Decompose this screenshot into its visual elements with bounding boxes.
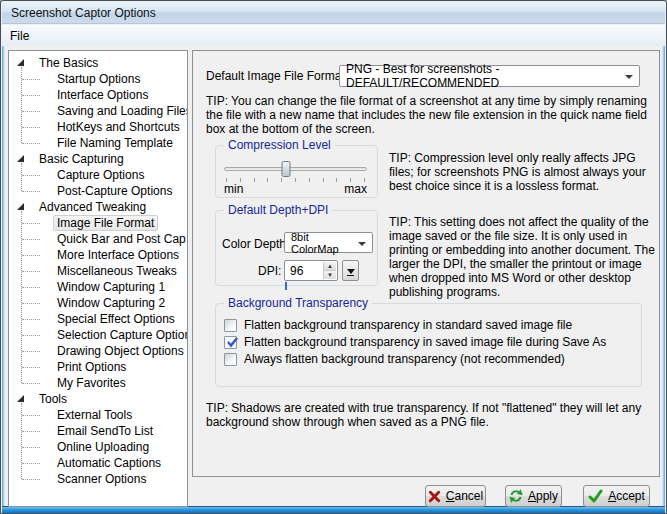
tree-item-label: Window Capturing 2 xyxy=(53,295,169,311)
spin-buttons[interactable]: ▲ ▼ xyxy=(323,262,336,279)
tree-item-special-effect-options[interactable]: Special Effect Options xyxy=(9,311,187,327)
window-title: Screenshot Captor Options xyxy=(11,6,156,20)
tip-format-text: TIP: You can change the file format of a… xyxy=(206,94,653,136)
tree-item-label: Scanner Options xyxy=(53,471,150,487)
cancel-button[interactable]: Cancel xyxy=(425,485,486,507)
apply-refresh-icon xyxy=(509,489,523,503)
tree-item-label: Interface Options xyxy=(53,87,152,103)
checkbox-row-always-flatten[interactable]: Always flatten background transparency (… xyxy=(224,351,565,367)
window-frame-bottom xyxy=(2,506,665,513)
window-frame-right xyxy=(662,46,665,507)
compression-slider[interactable] xyxy=(224,167,367,171)
accept-check-icon xyxy=(588,489,603,503)
tree-section-tools[interactable]: Tools xyxy=(9,391,187,407)
title-bar[interactable]: Screenshot Captor Options xyxy=(2,2,665,24)
color-depth-label: Color Depth: xyxy=(222,237,289,251)
default-format-select[interactable]: PNG - Best for screenshots - DEFAULT/REC… xyxy=(339,65,640,87)
tree-expand-icon[interactable] xyxy=(17,203,24,210)
tree-section-the-basics[interactable]: The Basics xyxy=(9,55,187,71)
checkbox-icon[interactable] xyxy=(224,319,237,332)
check-icon xyxy=(225,335,240,350)
tree-item-capture-options[interactable]: Capture Options xyxy=(9,167,187,183)
tree-item-quick-bar-and-post-cap[interactable]: Quick Bar and Post Cap xyxy=(9,231,187,247)
tree-item-print-options[interactable]: Print Options xyxy=(9,359,187,375)
spin-down-icon[interactable]: ▼ xyxy=(324,270,336,279)
tree-item-scanner-options[interactable]: Scanner Options xyxy=(9,471,187,487)
tree-item-label: Miscellaneous Tweaks xyxy=(53,263,181,279)
tree-item-my-favorites[interactable]: My Favorites xyxy=(9,375,187,391)
options-tree: The BasicsStartup OptionsInterface Optio… xyxy=(8,50,188,507)
tree-item-label: Automatic Captions xyxy=(53,455,165,471)
tree-section-advanced-tweaking[interactable]: Advanced Tweaking xyxy=(9,199,187,215)
accept-button[interactable]: Accept xyxy=(583,485,650,507)
slider-max-label: max xyxy=(344,182,367,196)
tree-item-saving-and-loading-files[interactable]: Saving and Loading Files xyxy=(9,103,187,119)
color-depth-value: 8bit ColorMap xyxy=(291,231,356,255)
tree-section-basic-capturing[interactable]: Basic Capturing xyxy=(9,151,187,167)
tree-item-window-capturing-2[interactable]: Window Capturing 2 xyxy=(9,295,187,311)
spin-up-icon[interactable]: ▲ xyxy=(324,262,336,270)
default-format-value: PNG - Best for screenshots - DEFAULT/REC… xyxy=(346,62,619,90)
tip-compression-text: TIP: Compression level only really affec… xyxy=(389,151,656,193)
tree-item-miscellaneous-tweaks[interactable]: Miscellaneous Tweaks xyxy=(9,263,187,279)
tree-item-external-tools[interactable]: External Tools xyxy=(9,407,187,423)
tree-section-label: Basic Capturing xyxy=(35,151,128,167)
apply-button-label: Apply xyxy=(528,489,558,503)
tree-item-label: Saving and Loading Files xyxy=(53,103,188,119)
tree-item-label: More Interface Options xyxy=(53,247,183,263)
tree-item-label: External Tools xyxy=(53,407,136,423)
tree-item-interface-options[interactable]: Interface Options xyxy=(9,87,187,103)
slider-thumb[interactable] xyxy=(281,161,290,177)
checkbox-icon[interactable] xyxy=(224,336,237,349)
tree-item-label: Capture Options xyxy=(53,167,148,183)
tree-item-startup-options[interactable]: Startup Options xyxy=(9,71,187,87)
color-depth-select[interactable]: 8bit ColorMap xyxy=(284,232,373,253)
checkbox-row-flatten-saveas[interactable]: Flatten background transparency in saved… xyxy=(224,334,606,350)
tree-item-label: Startup Options xyxy=(53,71,144,87)
menu-file[interactable]: File xyxy=(2,27,37,45)
tree-item-label: Image File Format xyxy=(53,215,158,231)
background-transparency-group: Background Transparency Flatten backgrou… xyxy=(215,303,642,387)
tree-item-email-sendto-list[interactable]: Email SendTo List xyxy=(9,423,187,439)
checkbox-row-flatten-standard[interactable]: Flatten background transparency in stand… xyxy=(224,317,572,333)
tree-expand-icon[interactable] xyxy=(17,395,24,402)
tree-item-label: Quick Bar and Post Cap xyxy=(53,231,188,247)
dpi-slider-tick xyxy=(285,282,287,290)
tree-section-label: The Basics xyxy=(35,55,102,71)
tree-item-label: Selection Capture Options xyxy=(53,327,188,343)
checkbox-icon[interactable] xyxy=(224,353,237,366)
tree-expand-icon[interactable] xyxy=(17,155,24,162)
tree-item-window-capturing-1[interactable]: Window Capturing 1 xyxy=(9,279,187,295)
tree-item-more-interface-options[interactable]: More Interface Options xyxy=(9,247,187,263)
tree-item-hotkeys-and-shortcuts[interactable]: HotKeys and Shortcuts xyxy=(9,119,187,135)
tree-expand-icon[interactable] xyxy=(17,59,24,66)
apply-button[interactable]: Apply xyxy=(505,485,562,507)
depth-dpi-caption: Default Depth+DPI xyxy=(224,203,332,217)
depth-dpi-group: Default Depth+DPI Color Depth: 8bit Colo… xyxy=(215,210,378,286)
compression-level-caption: Compression Level xyxy=(224,138,335,152)
dpi-value: 96 xyxy=(290,264,303,278)
tree-section-label: Tools xyxy=(35,391,71,407)
cancel-x-icon xyxy=(428,490,441,503)
tree-item-label: HotKeys and Shortcuts xyxy=(53,119,184,135)
tree-item-label: Window Capturing 1 xyxy=(53,279,169,295)
dropdown-arrow-icon xyxy=(347,269,355,274)
tree-item-selection-capture-options[interactable]: Selection Capture Options xyxy=(9,327,187,343)
dpi-stepper[interactable]: 96 ▲ ▼ xyxy=(284,260,338,281)
tree-item-online-uploading[interactable]: Online Uploading xyxy=(9,439,187,455)
dpi-dropdown-button[interactable] xyxy=(342,260,359,281)
tree-item-label: Print Options xyxy=(53,359,130,375)
checkbox-label: Flatten background transparency in stand… xyxy=(244,318,572,332)
tip-shadows-text: TIP: Shadows are created with true trans… xyxy=(206,401,658,429)
tip-depth-dpi-text: TIP: This setting does not affect the qu… xyxy=(389,215,660,299)
default-format-label: Default Image File Format: xyxy=(206,69,348,83)
tree-item-post-capture-options[interactable]: Post-Capture Options xyxy=(9,183,187,199)
tree-item-automatic-captions[interactable]: Automatic Captions xyxy=(9,455,187,471)
tree-item-file-naming-template[interactable]: File Naming Template xyxy=(9,135,187,151)
tree-item-image-file-format[interactable]: Image File Format xyxy=(9,215,187,231)
checkbox-label: Flatten background transparency in saved… xyxy=(244,335,606,349)
slider-min-label: min xyxy=(224,182,243,196)
cancel-button-label: Cancel xyxy=(446,489,483,503)
tree-item-drawing-object-options[interactable]: Drawing Object Options xyxy=(9,343,187,359)
background-transparency-caption: Background Transparency xyxy=(224,296,372,310)
